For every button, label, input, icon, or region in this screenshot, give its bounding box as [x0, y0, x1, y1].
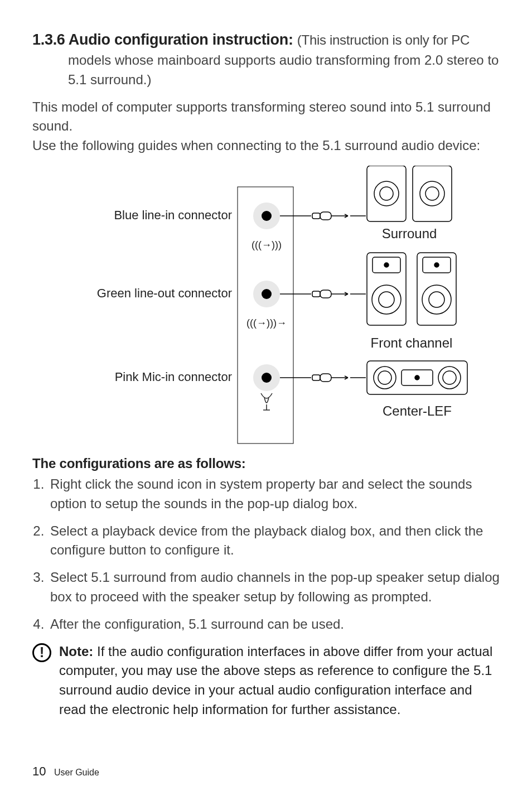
svg-point-48: [378, 371, 391, 384]
svg-point-44: [429, 292, 444, 307]
svg-point-52: [443, 371, 456, 384]
svg-point-51: [438, 367, 461, 389]
diagram-label-center: Center-LEF: [383, 403, 452, 418]
note-label: Note:: [59, 644, 93, 659]
diagram-label-blue: Blue line-in connector: [114, 208, 232, 222]
diagram-label-pink: Pink Mic-in connector: [115, 370, 232, 384]
section-title-bold: Audio configuration instruction:: [69, 31, 293, 48]
steps-list: Right click the sound icon in system pro…: [32, 475, 500, 634]
svg-rect-23: [320, 374, 331, 382]
diagram-label-front: Front channel: [371, 335, 453, 350]
svg-rect-30: [413, 166, 452, 221]
attention-icon: !: [32, 643, 51, 662]
svg-point-29: [380, 187, 393, 200]
paragraph-intro-2: Use the following guides when connecting…: [32, 136, 500, 156]
heading-continuation: models whose mainboard supports audio tr…: [32, 51, 500, 90]
svg-point-37: [384, 263, 389, 267]
section-title-tail: (This instruction is only for PC: [297, 32, 470, 47]
page-footer: 10 User Guide: [32, 764, 99, 779]
section-number: 1.3.6: [32, 31, 65, 48]
page-number: 10: [32, 764, 46, 778]
svg-rect-22: [312, 375, 320, 380]
note-block: ! Note: If the audio configuration inter…: [32, 642, 500, 720]
paragraph-intro-1: This model of computer supports transfor…: [32, 98, 500, 137]
svg-point-38: [372, 285, 401, 314]
svg-rect-13: [320, 212, 331, 220]
svg-point-5: [262, 289, 272, 299]
svg-point-42: [434, 263, 439, 267]
svg-rect-27: [367, 166, 406, 221]
note-body: If the audio configuration interfaces in…: [59, 644, 492, 717]
svg-text:(((→))): (((→))): [252, 239, 282, 250]
section-heading: 1.3.6 Audio configuration instruction: (…: [32, 31, 500, 49]
step-item: Select a playback device from the playba…: [48, 522, 500, 561]
svg-point-50: [415, 375, 419, 380]
step-item: Right click the sound icon in system pro…: [48, 475, 500, 514]
note-text: Note: If the audio configuration interfa…: [59, 642, 500, 720]
svg-rect-18: [320, 290, 331, 298]
svg-point-8: [262, 373, 272, 383]
svg-point-47: [374, 367, 396, 389]
step-item: Select 5.1 surround from audio channels …: [48, 568, 500, 607]
svg-point-2: [262, 211, 272, 221]
svg-rect-12: [312, 213, 320, 219]
step-item: After the configuration, 5.1 surround ca…: [48, 615, 500, 634]
svg-rect-17: [312, 291, 320, 297]
connection-diagram: (((→))) (((→)))→ Blue line-in connector …: [32, 166, 500, 445]
doc-title: User Guide: [54, 768, 99, 777]
heading-cont-line2: 5.1 surround.): [68, 70, 500, 90]
configurations-subheading: The configurations are as follows:: [32, 456, 500, 471]
svg-text:(((→)))→: (((→)))→: [246, 317, 287, 329]
diagram-label-surround: Surround: [382, 226, 437, 241]
svg-point-31: [420, 181, 444, 206]
heading-cont-line1: models whose mainboard supports audio tr…: [68, 51, 500, 70]
svg-point-39: [379, 292, 394, 307]
svg-point-32: [425, 187, 439, 200]
diagram-label-green: Green line-out connector: [97, 286, 232, 300]
svg-point-43: [422, 285, 451, 314]
svg-point-28: [374, 181, 399, 206]
